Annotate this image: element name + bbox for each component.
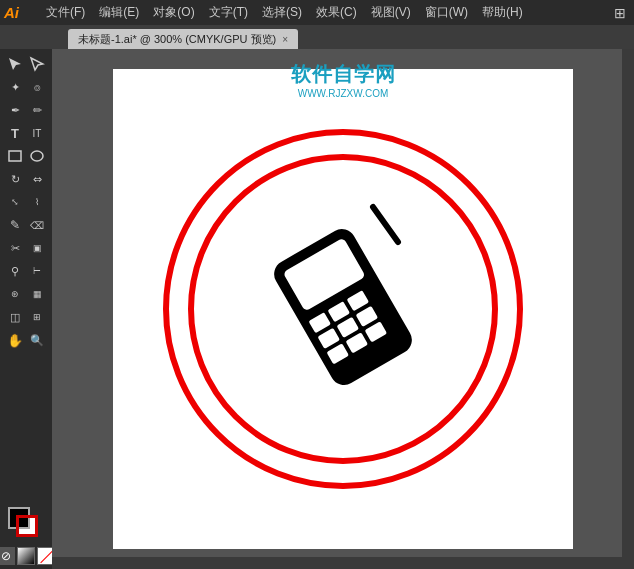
reflect-tool[interactable]: ⇔ — [27, 168, 48, 190]
eyedropper-group: ⚲ ⊢ — [5, 260, 48, 282]
canvas-area: 软件自学网 WWW.RJZXW.COM — [52, 49, 634, 569]
hand-zoom-group: ✋ 🔍 — [5, 329, 48, 351]
rectangle-tool[interactable] — [5, 145, 26, 167]
scale-tool[interactable]: ⤡ — [5, 191, 26, 213]
toolbar: ✦ ⌾ ✒ ✏ T IT ↻ ⇔ ⤡ ⌇ ✎ ⌫ — [0, 49, 52, 569]
menu-help[interactable]: 帮助(H) — [476, 2, 529, 23]
pen-group: ✒ ✏ — [5, 99, 48, 121]
workspace-icon[interactable]: ⊞ — [614, 5, 626, 21]
scissors-tool[interactable]: ✂ — [5, 237, 26, 259]
eyedropper-tool[interactable]: ⚲ — [5, 260, 26, 282]
gradient-group: ◫ ⊞ — [5, 306, 48, 328]
wand-lasso-group: ✦ ⌾ — [5, 76, 48, 98]
main-layout: ✦ ⌾ ✒ ✏ T IT ↻ ⇔ ⤡ ⌇ ✎ ⌫ — [0, 49, 634, 569]
blend-group: ⊛ ▦ — [5, 283, 48, 305]
color-mode-row: ⊘ — [0, 547, 55, 565]
menu-window[interactable]: 窗口(W) — [419, 2, 474, 23]
no-phone-sign — [163, 129, 523, 489]
eraser-tool[interactable]: ⌫ — [27, 214, 48, 236]
menu-object[interactable]: 对象(O) — [147, 2, 200, 23]
tab-close-button[interactable]: × — [282, 34, 288, 45]
app-logo: Ai — [4, 4, 32, 21]
menu-bar: Ai 文件(F) 编辑(E) 对象(O) 文字(T) 选择(S) 效果(C) 视… — [0, 0, 634, 25]
canvas-document — [113, 69, 573, 549]
scale-group: ⤡ ⌇ — [5, 191, 48, 213]
vertical-type-tool[interactable]: IT — [27, 122, 48, 144]
menu-edit[interactable]: 编辑(E) — [93, 2, 145, 23]
svg-rect-0 — [9, 151, 21, 161]
svg-point-1 — [31, 151, 43, 161]
shape-group — [5, 145, 48, 167]
menu-view[interactable]: 视图(V) — [365, 2, 417, 23]
document-tab[interactable]: 未标题-1.ai* @ 300% (CMYK/GPU 预览) × — [68, 29, 298, 49]
phone-icon — [243, 197, 443, 421]
tab-bar: 未标题-1.ai* @ 300% (CMYK/GPU 预览) × — [0, 25, 634, 49]
color-none-btn[interactable]: ⊘ — [0, 547, 15, 565]
pencil-group: ✎ ⌫ — [5, 214, 48, 236]
gradient-tool[interactable]: ◫ — [5, 306, 26, 328]
menu-type[interactable]: 文字(T) — [203, 2, 254, 23]
fill-stroke-swatches[interactable] — [8, 507, 44, 543]
tab-label: 未标题-1.ai* @ 300% (CMYK/GPU 预览) — [78, 32, 276, 47]
zoom-tool[interactable]: 🔍 — [27, 329, 48, 351]
blend-tool[interactable]: ⊛ — [5, 283, 26, 305]
ellipse-tool[interactable] — [27, 145, 48, 167]
menu-items: 文件(F) 编辑(E) 对象(O) 文字(T) 选择(S) 效果(C) 视图(V… — [40, 2, 529, 23]
magic-wand-tool[interactable]: ✦ — [5, 76, 26, 98]
graph-tool[interactable]: ▦ — [27, 283, 48, 305]
pen-tool[interactable]: ✒ — [5, 99, 26, 121]
artboard-tool[interactable]: ▣ — [27, 237, 48, 259]
hand-tool[interactable]: ✋ — [5, 329, 26, 351]
rotate-tool[interactable]: ↻ — [5, 168, 26, 190]
measure-tool[interactable]: ⊢ — [27, 260, 48, 282]
stroke-color-swatch[interactable] — [16, 515, 38, 537]
menu-bar-right: ⊞ — [614, 5, 630, 21]
menu-file[interactable]: 文件(F) — [40, 2, 91, 23]
menu-select[interactable]: 选择(S) — [256, 2, 308, 23]
color-area: ⊘ — [0, 507, 55, 565]
scissors-group: ✂ ▣ — [5, 237, 48, 259]
pencil-tool[interactable]: ✎ — [5, 214, 26, 236]
menu-effect[interactable]: 效果(C) — [310, 2, 363, 23]
lasso-tool[interactable]: ⌾ — [27, 76, 48, 98]
mesh-tool[interactable]: ⊞ — [27, 306, 48, 328]
direct-selection-tool[interactable] — [27, 53, 48, 75]
vertical-scrollbar[interactable] — [622, 49, 634, 569]
transform-group: ↻ ⇔ — [5, 168, 48, 190]
selection-tool-group — [5, 53, 48, 75]
type-tool[interactable]: T — [5, 122, 26, 144]
svg-line-2 — [373, 207, 398, 242]
gradient-swatch[interactable] — [17, 547, 35, 565]
shear-tool[interactable]: ⌇ — [27, 191, 48, 213]
selection-tool[interactable] — [5, 53, 26, 75]
horizontal-scrollbar[interactable] — [52, 557, 634, 569]
add-anchor-tool[interactable]: ✏ — [27, 99, 48, 121]
type-group: T IT — [5, 122, 48, 144]
